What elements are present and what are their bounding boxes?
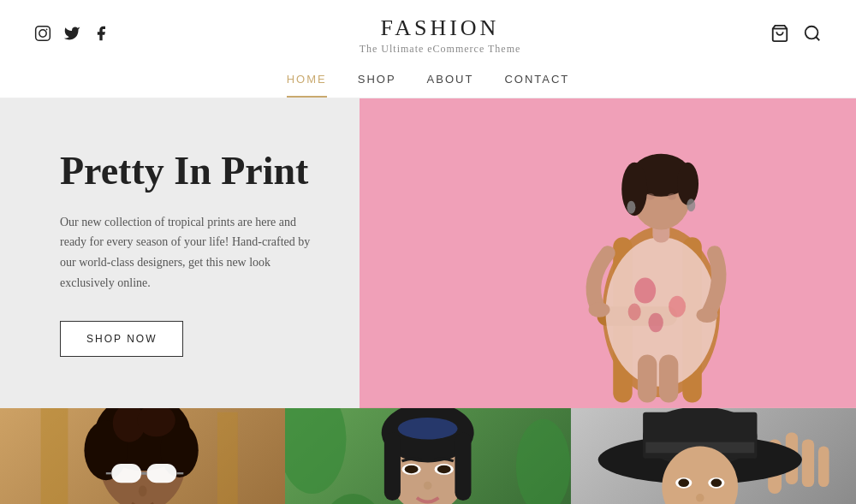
svg-point-1 (39, 30, 46, 37)
svg-rect-40 (146, 464, 176, 483)
svg-point-44 (139, 485, 147, 496)
hero-section: Pretty In Print Our new collection of tr… (0, 98, 856, 408)
hero-image (360, 98, 856, 408)
svg-rect-25 (638, 354, 657, 402)
svg-point-27 (627, 201, 635, 214)
brand-title: FASHION (110, 15, 770, 41)
svg-point-78 (710, 478, 722, 487)
nav-about[interactable]: ABOUT (427, 73, 474, 98)
products-row (0, 408, 856, 504)
svg-point-13 (669, 296, 686, 317)
svg-point-12 (634, 278, 656, 304)
svg-line-5 (816, 37, 819, 40)
svg-point-59 (405, 465, 419, 473)
svg-point-24 (697, 308, 718, 323)
product-card-1[interactable] (0, 408, 285, 504)
hero-heading: Pretty In Print (60, 150, 317, 193)
svg-rect-55 (384, 432, 401, 500)
svg-point-76 (678, 478, 689, 487)
svg-rect-26 (659, 354, 678, 402)
hero-text-block: Pretty In Print Our new collection of tr… (0, 98, 360, 408)
svg-rect-56 (455, 432, 472, 500)
twitter-icon[interactable] (63, 25, 80, 46)
svg-point-15 (628, 304, 641, 321)
svg-point-79 (696, 494, 704, 502)
svg-rect-31 (41, 408, 68, 504)
brand: FASHION The Ultimate eCommerce Theme (110, 15, 770, 56)
cart-icon[interactable] (770, 24, 789, 47)
svg-rect-39 (111, 464, 141, 483)
hero-description: Our new collection of tropical prints ar… (60, 212, 317, 294)
social-links (34, 25, 110, 46)
nav-home[interactable]: HOME (287, 73, 327, 98)
svg-rect-69 (818, 446, 829, 487)
brand-subtitle: The Ultimate eCommerce Theme (110, 43, 770, 56)
site-header: FASHION The Ultimate eCommerce Theme (0, 0, 856, 64)
shop-now-button[interactable]: SHOP NOW (60, 321, 183, 357)
header-actions (770, 24, 822, 47)
svg-point-23 (589, 302, 610, 317)
svg-point-57 (398, 418, 458, 439)
product-card-2[interactable] (285, 408, 570, 504)
facebook-icon[interactable] (92, 25, 110, 46)
search-icon[interactable] (803, 24, 822, 47)
svg-point-14 (648, 313, 663, 332)
nav-shop[interactable]: SHOP (358, 73, 396, 98)
svg-point-61 (437, 465, 451, 473)
svg-rect-32 (217, 412, 238, 504)
instagram-icon[interactable] (34, 25, 51, 46)
svg-point-21 (646, 193, 655, 199)
svg-rect-68 (801, 439, 813, 487)
main-nav: HOME SHOP ABOUT CONTACT (0, 64, 856, 98)
svg-rect-0 (36, 27, 51, 41)
nav-contact[interactable]: CONTACT (504, 73, 569, 98)
svg-point-62 (424, 481, 432, 489)
svg-point-22 (668, 193, 676, 199)
svg-point-28 (687, 199, 695, 211)
hero-photo (360, 98, 856, 408)
product-card-3[interactable] (571, 408, 856, 504)
svg-point-20 (677, 163, 698, 205)
svg-point-2 (46, 29, 48, 31)
svg-point-4 (805, 27, 818, 39)
